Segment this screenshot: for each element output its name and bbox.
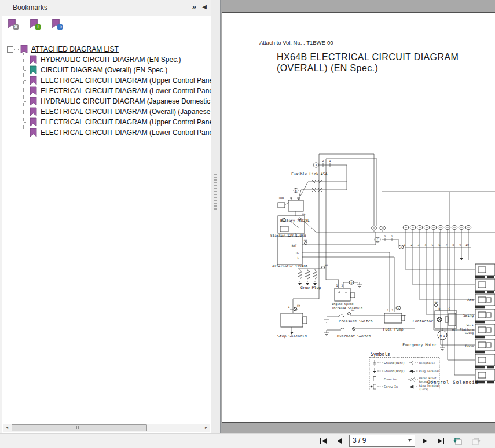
g-num-10: 10 <box>465 244 469 247</box>
flag-shape <box>30 118 36 126</box>
pressure-switch-label: Pressure Switch <box>339 319 373 324</box>
bookmark-item[interactable]: HYDRAULIC CIRCUIT DIAGRAM (Japanese Dome… <box>2 96 211 107</box>
stop-solenoid-label: Stop Solenoid <box>277 334 307 339</box>
arm-label: Arm <box>467 298 474 302</box>
m6-alt-label: M6 <box>304 239 307 242</box>
symbols-title: Symbols <box>371 352 390 357</box>
fuel-pin1: 1 <box>387 309 389 312</box>
g-num-4: 4 <box>425 244 427 247</box>
engine-pin2: 2 <box>342 284 343 287</box>
m1-motor-label: M 1 <box>440 335 445 337</box>
delete-bookmark-button[interactable]: × <box>8 19 19 30</box>
m8-label: M8 <box>302 213 306 216</box>
g-num-3: 3 <box>418 244 420 247</box>
bookmark-item[interactable]: ELECTRICAL CIRCUIT DIAGRAM (Upper Contro… <box>2 117 211 127</box>
bookmark-item[interactable]: ELECTRICAL CIRCUIT DIAGRAM (Overall) (Ja… <box>2 107 211 117</box>
next-view-button[interactable] <box>470 435 482 447</box>
connector-a: A <box>316 164 317 167</box>
g-num-8: 8 <box>453 244 454 247</box>
flag-shape <box>30 76 36 85</box>
page-title-line2: (OVERALL) (EN Spec.) <box>277 63 378 73</box>
bookmark-item[interactable]: ELECTRICAL CIRCUIT DIAGRAM (Lower Contro… <box>2 127 211 138</box>
g-num-1: 1 <box>404 244 406 247</box>
glow-plug-label: Grow Plug <box>300 285 321 290</box>
scrollbar-thumb[interactable] <box>12 424 147 431</box>
bookmark-root-label: ATTACHED DIAGRAM LIST <box>31 45 119 53</box>
bookmark-item[interactable]: ELECTRICAL CIRCUIT DIAGRAM (Lower Contro… <box>2 86 211 96</box>
scroll-left-icon[interactable]: ◂ <box>3 424 10 431</box>
bookmark-root-item[interactable]: ATTACHED DIAGRAM LIST <box>2 44 211 54</box>
battery-label: Battery 75D28L <box>280 218 310 223</box>
nav-controls: 3 / 9 <box>318 435 482 447</box>
engine-pin1: 1 <box>336 284 338 287</box>
bookmarks-panel-header: Bookmarks » ◀ <box>0 0 211 16</box>
last-page-button[interactable] <box>435 435 446 447</box>
previous-view-button[interactable] <box>452 435 464 447</box>
bookmark-item-label: HYDRAULIC CIRCUIT DIAGRAM (EN Spec.) <box>41 56 181 64</box>
prev-page-icon <box>336 438 342 445</box>
g-num-6: 6 <box>439 244 441 247</box>
document-view[interactable]: Attach to Vol. No. : T1BWE-00 HX64B ELEC… <box>221 0 495 433</box>
flag-shape <box>30 97 36 105</box>
contactor-b-terminal: B <box>439 307 441 310</box>
flag-shape <box>30 56 36 64</box>
add-badge-icon: + <box>35 24 41 30</box>
panel-options-icon[interactable]: » <box>192 2 196 11</box>
panel-title: Bookmarks <box>13 3 47 12</box>
alt-bat-terminal: BAT <box>292 244 297 247</box>
first-page-icon <box>320 438 328 445</box>
bookmark-item[interactable]: ELECTRICAL CIRCUIT DIAGRAM (Upper Contro… <box>2 75 211 86</box>
scroll-right-icon[interactable]: ▸ <box>203 424 210 431</box>
wps-label-3: Swing <box>465 331 474 335</box>
page-title-line1: HX64B ELECTRICAL CIRCUIT DIAGRAM <box>277 52 459 62</box>
legend-conector: Conector <box>384 377 398 381</box>
alternator-label: Alternator 12V40A <box>272 264 308 268</box>
fusible-link-label: Fusible Link 45A <box>291 172 328 177</box>
legend-screw-in: Screw-In <box>384 385 398 388</box>
g-num-9: 9 <box>460 244 461 247</box>
fm-label: FM <box>297 304 300 307</box>
connector-b: B <box>295 189 297 192</box>
f-pin2: 2 <box>384 235 386 238</box>
g-num-5: 5 <box>432 244 434 247</box>
bookmark-flag-icon <box>29 86 38 96</box>
bookmarks-tree: ATTACHED DIAGRAM LIST HYDRAULIC CIRCUIT … <box>2 44 211 138</box>
page-indicator: 3 / 9 <box>353 436 366 445</box>
circuit-diagram-svg: Attach to Vol. No. : T1BWE-00 HX64B ELEC… <box>222 13 495 422</box>
f-pin1: 1 <box>391 235 393 238</box>
legend-waterproof-1: Water Proof <box>419 377 437 380</box>
flag-shape <box>30 87 36 95</box>
stop-pin1: 1 <box>288 306 290 309</box>
next-view-icon <box>471 436 481 446</box>
bookmark-item-label: ELECTRICAL CIRCUIT DIAGRAM (Upper Contro… <box>41 118 211 126</box>
a-pin2: 2 <box>322 160 324 163</box>
horizontal-scrollbar[interactable]: ◂ ▸ <box>3 424 210 432</box>
bookmark-item-label: CIRCUIT DIAGRAM (Overall) (EN Spec.) <box>41 66 167 74</box>
splitter-grip[interactable] <box>214 174 217 211</box>
bookmark-item[interactable]: HYDRAULIC CIRCUIT DIAGRAM (EN Spec.) <box>2 54 211 65</box>
engine-speed-label-2: Increase Solenoid <box>332 306 362 310</box>
legend-ring-lock-2: (Lock) <box>419 388 428 391</box>
first-page-button[interactable] <box>318 435 329 447</box>
wps-label-1: Work <box>467 324 474 327</box>
bookmark-flag-icon <box>29 97 38 106</box>
fuel-pump-label: Fuel Pump <box>383 327 403 332</box>
alt-ig-terminal: IG <box>295 252 299 255</box>
bookmark-item-label: ELECTRICAL CIRCUIT DIAGRAM (Upper Contro… <box>41 76 211 85</box>
new-bookmark-button[interactable]: + <box>30 19 41 30</box>
page-number-combobox[interactable]: 3 / 9 <box>349 435 415 447</box>
collapse-panel-icon[interactable]: ◀ <box>202 3 207 10</box>
bookmark-item[interactable]: CIRCUIT DIAGRAM (Overall) (EN Spec.) <box>2 65 211 75</box>
last-page-icon <box>437 438 445 445</box>
connector-f: F <box>377 238 379 241</box>
goto-bookmark-button[interactable]: → <box>52 19 63 30</box>
m4-glow-label: M4 <box>325 264 328 267</box>
flag-shape <box>30 66 36 74</box>
next-page-button[interactable] <box>419 435 431 447</box>
bookmark-item-label: ELECTRICAL CIRCUIT DIAGRAM (Lower Contro… <box>41 87 211 95</box>
connector-d: D <box>351 281 353 284</box>
prev-page-button[interactable] <box>333 435 345 447</box>
panel-splitter[interactable] <box>211 0 221 433</box>
connector-e: E <box>398 307 399 310</box>
collapse-minus-icon[interactable] <box>7 46 13 53</box>
